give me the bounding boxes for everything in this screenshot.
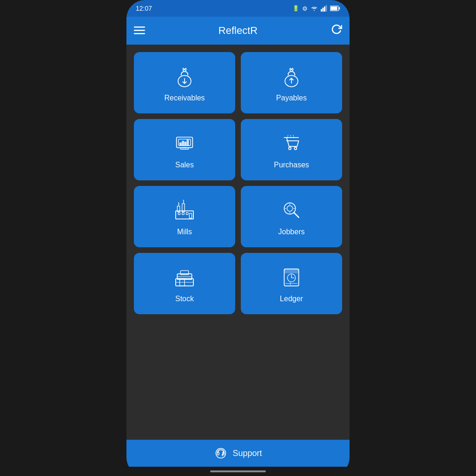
svg-rect-8 <box>134 30 145 31</box>
svg-rect-9 <box>134 33 145 34</box>
hamburger-menu-icon[interactable] <box>134 25 145 37</box>
home-indicator <box>126 467 350 476</box>
support-icon <box>214 446 228 460</box>
svg-rect-31 <box>189 213 192 218</box>
svg-rect-25 <box>176 211 193 219</box>
svg-rect-0 <box>321 9 322 12</box>
ledger-label: Ledger <box>280 295 303 303</box>
tile-ledger[interactable]: Ledger <box>241 253 342 314</box>
svg-rect-46 <box>284 269 298 273</box>
status-icons: 🔋 ⚙ <box>292 5 340 12</box>
svg-rect-6 <box>331 7 337 10</box>
wifi-icon <box>311 5 318 12</box>
support-label: Support <box>232 449 262 458</box>
support-bar[interactable]: Support <box>126 440 350 467</box>
svg-rect-21 <box>180 148 188 149</box>
svg-rect-7 <box>134 26 145 28</box>
tile-jobbers[interactable]: Jobbers <box>241 186 342 247</box>
sales-label: Sales <box>175 161 194 169</box>
purchases-icon <box>278 130 304 156</box>
mills-label: Mills <box>177 228 192 236</box>
tile-purchases[interactable]: Purchases <box>241 119 342 180</box>
refresh-icon[interactable] <box>331 24 342 38</box>
settings-status-icon: ⚙ <box>302 5 308 12</box>
tile-mills[interactable]: Mills <box>134 186 235 247</box>
status-bar: 12:07 🔋 ⚙ <box>126 0 350 17</box>
svg-line-33 <box>294 212 298 217</box>
signal-icon <box>321 5 327 12</box>
svg-point-24 <box>294 147 297 150</box>
top-bar: ReflectR <box>126 17 350 45</box>
phone-frame: 12:07 🔋 ⚙ <box>126 0 350 476</box>
jobbers-icon <box>278 197 304 223</box>
svg-rect-18 <box>185 142 186 145</box>
svg-rect-5 <box>339 7 340 9</box>
svg-rect-2 <box>324 7 325 12</box>
app-title: ReflectR <box>218 25 258 37</box>
tile-sales[interactable]: Sales <box>134 119 235 180</box>
payables-label: Payables <box>276 94 307 102</box>
sales-icon <box>172 130 198 156</box>
battery-icon <box>330 6 340 11</box>
grid-row-4: Stock <box>134 253 342 314</box>
svg-rect-16 <box>180 143 181 145</box>
main-content: Receivables Payables <box>126 45 350 440</box>
purchases-label: Purchases <box>274 161 309 169</box>
status-time: 12:07 <box>136 5 152 12</box>
stock-icon <box>172 264 198 290</box>
receivables-icon <box>172 63 198 89</box>
svg-rect-30 <box>186 212 188 214</box>
support-button[interactable]: Support <box>214 446 262 460</box>
ledger-icon <box>278 264 304 290</box>
stock-label: Stock <box>175 295 194 303</box>
svg-rect-29 <box>182 212 184 214</box>
svg-rect-28 <box>178 212 180 214</box>
jobbers-label: Jobbers <box>278 228 305 236</box>
payables-icon <box>278 63 304 89</box>
svg-point-34 <box>287 205 292 211</box>
receivables-label: Receivables <box>164 94 205 102</box>
svg-rect-17 <box>182 141 184 146</box>
svg-rect-1 <box>323 8 324 12</box>
svg-point-23 <box>289 147 291 150</box>
grid-row-3: Mills Jo <box>134 186 342 247</box>
home-bar <box>210 470 266 472</box>
svg-rect-19 <box>187 140 188 145</box>
grid-row-1: Receivables Payables <box>134 52 342 113</box>
grid-row-2: Sales Purchases <box>134 119 342 180</box>
mills-icon <box>172 197 198 223</box>
tile-payables[interactable]: Payables <box>241 52 342 113</box>
tile-receivables[interactable]: Receivables <box>134 52 235 113</box>
battery-charging-icon: 🔋 <box>292 5 299 12</box>
svg-rect-3 <box>326 5 327 12</box>
tile-stock[interactable]: Stock <box>134 253 235 314</box>
